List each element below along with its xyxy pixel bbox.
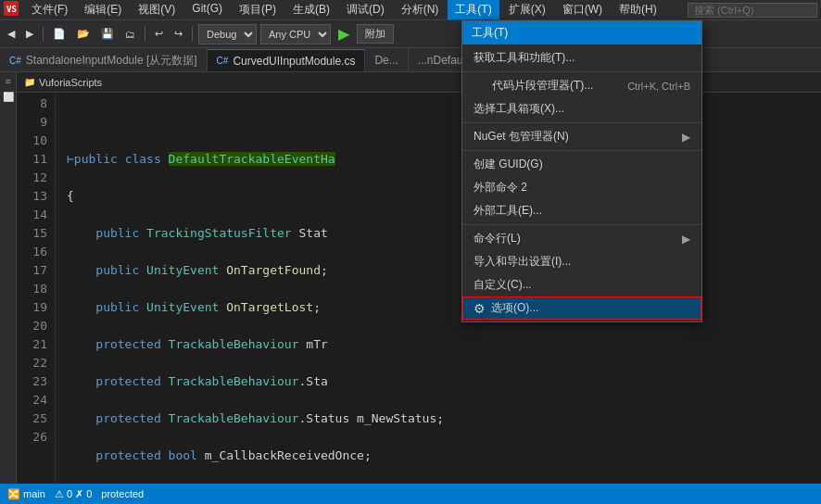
ln-14: 14 <box>17 206 47 224</box>
sep2 <box>145 27 145 42</box>
sep1 <box>43 27 44 42</box>
ln-11: 11 <box>17 150 47 169</box>
code-line-15: protected TrackableBehaviour.Sta <box>67 372 821 391</box>
menu-get-tools-label: 获取工具和功能(T)... <box>474 50 575 66</box>
save-all-btn[interactable]: 🗂 <box>121 27 139 42</box>
gear-icon: ⚙ <box>474 301 486 316</box>
ln-23: 23 <box>17 372 47 391</box>
status-errors[interactable]: ⚠ 0 ✗ 0 <box>55 488 92 500</box>
tab-label-standalone: StandaloneInputModule [从元数据] <box>26 53 197 69</box>
menu-customize[interactable]: 自定义(C)... <box>462 273 701 296</box>
menu-project[interactable]: 项目(P) <box>232 0 284 19</box>
div-2 <box>462 122 701 123</box>
menu-options-label: 选项(O)... <box>491 300 538 316</box>
code-line-14: protected TrackableBehaviour mTr <box>67 335 821 354</box>
gutter-icon-1: ≡ <box>5 76 10 86</box>
status-branch[interactable]: 🔀 main <box>7 488 45 500</box>
menu-build[interactable]: 生成(B) <box>285 0 337 19</box>
tab-de[interactable]: De... <box>365 49 408 71</box>
menu-nuget-label: NuGet 包管理器(N) <box>474 129 569 145</box>
menu-external-tools[interactable]: 外部工具(E)... <box>462 199 701 222</box>
menu-tools[interactable]: 工具(T) <box>448 0 499 19</box>
gutter-icon-2: ⬜ <box>3 92 14 102</box>
menu-window[interactable]: 窗口(W) <box>555 0 610 19</box>
menu-git[interactable]: Git(G) <box>184 0 230 19</box>
tab-standalone[interactable]: C# StandaloneInputModule [从元数据] <box>0 49 208 71</box>
ln-8: 8 <box>17 94 47 113</box>
menu-file[interactable]: 文件(F) <box>24 0 75 19</box>
left-gutter: ≡ ⬜ <box>0 72 17 484</box>
tab-curvedui[interactable]: C# CurvedUIInputModule.cs <box>208 49 366 71</box>
code-content[interactable]: ⊢public class DefaultTrackableEventHa { … <box>56 93 821 484</box>
vs-logo: VS <box>4 1 19 19</box>
line-numbers: 8 9 10 11 12 13 14 15 16 17 18 19 20 21 … <box>17 93 56 484</box>
menu-choose-toolbox-label: 选择工具箱项(X)... <box>474 101 564 117</box>
div-1 <box>462 71 701 72</box>
menu-extensions[interactable]: 扩展(X) <box>501 0 553 19</box>
menu-snippet-manager[interactable]: 代码片段管理器(T)... Ctrl+K, Ctrl+B <box>462 74 701 97</box>
title-bar: VS 文件(F) 编辑(E) 视图(V) Git(G) 项目(P) 生成(B) … <box>0 0 821 20</box>
menu-section: 获取工具和功能(T)... 代码片段管理器(T)... Ctrl+K, Ctrl… <box>462 44 701 321</box>
run-btn[interactable]: ▶ <box>335 23 353 44</box>
div-4 <box>462 224 701 225</box>
back-btn[interactable]: ◀ <box>4 26 19 42</box>
redo-btn[interactable]: ↪ <box>171 26 186 42</box>
menu-choose-toolbox[interactable]: 选择工具箱项(X)... <box>462 97 701 120</box>
svg-text:VS: VS <box>6 5 17 14</box>
menu-snippet-label: 代码片段管理器(T)... <box>492 78 593 94</box>
status-bar: 🔀 main ⚠ 0 ✗ 0 protected <box>0 484 821 504</box>
menu-cmdline[interactable]: 命令行(L) ▶ <box>462 227 701 250</box>
menu-options[interactable]: ⚙ 选项(O)... <box>462 296 701 320</box>
code-line-12: public UnityEvent OnTargetFound; <box>67 261 821 280</box>
tab-label-de: De... <box>374 54 398 67</box>
code-line-11: public TrackingStatusFilter Stat <box>67 224 821 243</box>
new-btn[interactable]: 📄 <box>49 26 69 42</box>
forward-btn[interactable]: ▶ <box>22 26 37 42</box>
ln-20: 20 <box>17 317 47 335</box>
ln-13: 13 <box>17 187 47 206</box>
sep3 <box>192 27 193 42</box>
attach-btn[interactable]: 附加 <box>357 24 394 44</box>
ln-10: 10 <box>17 132 47 150</box>
ln-9: 9 <box>17 113 47 132</box>
menu-create-guid[interactable]: 创建 GUID(G) <box>462 153 701 176</box>
save-btn[interactable]: 💾 <box>97 26 118 42</box>
menu-tools-header: 工具(T) <box>462 21 701 44</box>
code-line-8 <box>67 113 821 132</box>
ln-25: 25 <box>17 410 47 428</box>
debug-config-select[interactable]: Debug <box>198 24 257 44</box>
tab-label-curvedui: CurvedUIInputModule.cs <box>233 55 355 68</box>
menu-import-export[interactable]: 导入和导出设置(I)... <box>462 250 701 273</box>
menu-edit[interactable]: 编辑(E) <box>77 0 129 19</box>
search-input[interactable] <box>688 3 817 18</box>
menu-import-export-label: 导入和导出设置(I)... <box>474 254 571 270</box>
menu-create-guid-label: 创建 GUID(G) <box>474 157 543 172</box>
menu-debug[interactable]: 调试(D) <box>339 0 392 19</box>
menu-view[interactable]: 视图(V) <box>131 0 183 19</box>
menu-get-tools[interactable]: 获取工具和功能(T)... <box>462 46 701 69</box>
menu-help[interactable]: 帮助(H) <box>612 0 664 19</box>
undo-btn[interactable]: ↩ <box>151 26 167 42</box>
code-line-16: protected TrackableBehaviour.Status m_Ne… <box>67 410 821 428</box>
ln-22: 22 <box>17 354 47 372</box>
code-line-17: protected bool m_CallbackReceivedOnce; <box>67 447 821 465</box>
tab-icon-standalone: C# <box>9 56 21 66</box>
menu-external-tools-label: 外部工具(E)... <box>474 203 542 219</box>
code-line-9: ⊢public class DefaultTrackableEventHa <box>67 150 821 169</box>
status-protected: protected <box>101 488 144 499</box>
div-3 <box>462 150 701 151</box>
open-btn[interactable]: 📂 <box>73 26 94 42</box>
menu-nuget[interactable]: NuGet 包管理器(N) ▶ <box>462 125 701 148</box>
file-tree-label: VuforiaScripts <box>39 77 102 88</box>
menu-customize-label: 自定义(C)... <box>474 277 532 293</box>
code-line-10: { <box>67 187 821 206</box>
ln-12: 12 <box>17 169 47 187</box>
menu-analyze[interactable]: 分析(N) <box>394 0 447 19</box>
menu-external-cmd[interactable]: 外部命令 2 <box>462 176 701 199</box>
tab-icon-curvedui: C# <box>217 56 229 66</box>
code-line-13: public UnityEvent OnTargetLost; <box>67 298 821 317</box>
menu-cmdline-label: 命令行(L) <box>474 231 521 246</box>
nuget-arrow: ▶ <box>682 131 690 144</box>
cpu-config-select[interactable]: Any CPU <box>260 24 331 44</box>
ln-18: 18 <box>17 280 47 298</box>
